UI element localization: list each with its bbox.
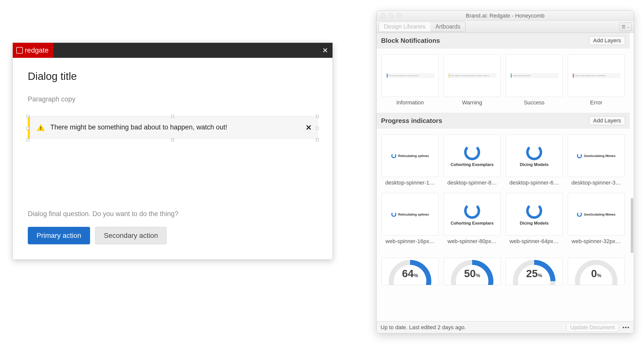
resize-handle[interactable] (27, 115, 29, 118)
spinner-icon (464, 144, 480, 160)
dialog-preview: redgate ✕ Dialog title Paragraph copy Th… (13, 43, 333, 260)
chevron-down-icon: ⌄ (627, 25, 629, 29)
add-layers-button[interactable]: Add Layers (589, 36, 625, 45)
web-spinner-item[interactable]: Gesticulating Mimesweb-spinner-32px… (568, 193, 625, 245)
mini-notif-text: Change saved successfully (512, 75, 531, 76)
warning-icon (37, 124, 45, 131)
spinner-label: Gesticulating Mimes (584, 213, 615, 216)
web-spinner-item[interactable]: Cohorting Exemplarsweb-spinner-80px… (444, 193, 501, 245)
plugin-panel: Brand.ai: Redgate - Honeycomb Design Lib… (376, 11, 634, 333)
tile-label: web-spinner-32px… (568, 238, 625, 245)
spinner-label: Cohorting Exemplars (451, 162, 494, 167)
donut-chart: 25% (513, 260, 555, 285)
desktop-spinner-item[interactable]: Gesticulating Mimesdesktop-spinner-3… (568, 134, 625, 186)
dialog-body: Dialog title Paragraph copy There might … (13, 58, 333, 259)
library-item-information[interactable]: This is some information you should take… (382, 54, 439, 106)
donut-tile[interactable]: 0% (568, 258, 625, 285)
dialog-question: Dialog final question. Do you want to do… (28, 210, 317, 218)
tile-preview: There might be something bad about to ha… (444, 54, 501, 97)
dialog-paragraph: Paragraph copy (28, 95, 317, 103)
section-title: Progress indicators (381, 117, 442, 125)
tile-preview: Change saved successfully (506, 54, 563, 97)
mini-notif-text: This is some information you should take… (388, 75, 419, 76)
notification-selected[interactable]: There might be something bad about to ha… (28, 116, 317, 140)
spinner-label: Reticulating splines (398, 213, 429, 216)
tile-label: Warning (444, 99, 501, 106)
resize-handle[interactable] (316, 138, 319, 141)
donut-chart: 64% (389, 260, 431, 285)
donut-tile[interactable]: 25% (506, 258, 563, 285)
tab-design-libraries[interactable]: Design Libraries (379, 22, 430, 32)
donut-value: 25% (526, 268, 542, 280)
library-item-success[interactable]: Change saved successfully Success (506, 54, 563, 106)
spinner-icon (577, 212, 582, 217)
menu-dropdown-button[interactable]: ☰ ⌄ (619, 23, 632, 31)
tab-artboards[interactable]: Artboards (430, 22, 465, 32)
secondary-action-button[interactable]: Secondary action (95, 227, 167, 244)
donut-value: 64% (402, 268, 418, 280)
dialog-close-button[interactable]: ✕ (317, 43, 333, 58)
view-segmented-control: Design Libraries Artboards (379, 22, 466, 32)
spinner-icon (391, 153, 396, 158)
resize-handle[interactable] (27, 127, 29, 129)
tile-label: desktop-spinner-1… (382, 180, 439, 186)
scrollbar-thumb[interactable] (631, 198, 633, 253)
notification-text: There might be something bad about to ha… (50, 123, 227, 131)
resize-handle[interactable] (316, 115, 319, 118)
notification-close-button[interactable]: ✕ (305, 123, 312, 132)
add-layers-button[interactable]: Add Layers (589, 116, 625, 125)
spinner-label: Reticulating splines (398, 154, 429, 158)
warning-notification: There might be something bad about to ha… (28, 116, 317, 138)
resize-handle[interactable] (27, 138, 29, 141)
donut-tile[interactable]: 50% (444, 258, 501, 285)
tile-preview: Cohorting Exemplars (444, 134, 501, 177)
brand-logo-icon (16, 47, 23, 54)
spinner-icon (391, 212, 396, 217)
tile-preview: Dicing Models (506, 193, 563, 236)
section-title: Block Notifications (381, 37, 440, 45)
spinner-icon (526, 144, 542, 160)
donut-tile[interactable]: 64% (382, 258, 439, 285)
desktop-spinner-item[interactable]: Cohorting Exemplarsdesktop-spinner-8… (444, 134, 501, 186)
web-spinner-item[interactable]: Reticulating splinesweb-spinner-16px… (382, 193, 439, 245)
tile-preview: Reticulating splines (382, 134, 439, 177)
web-spinners-grid: Reticulating splinesweb-spinner-16px…Coh… (377, 193, 630, 252)
library-item-error[interactable]: Unable to save changes. Server is unavai… (568, 54, 625, 106)
tile-label: Information (382, 99, 439, 106)
dialog-buttons: Primary action Secondary action (28, 227, 317, 244)
spinner-icon (464, 203, 480, 219)
spinner-icon (577, 153, 582, 158)
tile-preview: Reticulating splines (382, 193, 439, 236)
library-scroll-area[interactable]: Block Notifications Add Layers This is s… (377, 33, 634, 321)
dialog-header: redgate ✕ (13, 43, 333, 58)
tile-preview: Unable to save changes. Server is unavai… (568, 54, 625, 97)
spinner-icon (526, 203, 542, 219)
tile-label: web-spinner-64px… (506, 238, 563, 245)
donut-value: 50% (464, 268, 480, 280)
tile-preview: This is some information you should take… (382, 54, 439, 97)
tile-label: Error (568, 99, 625, 106)
primary-action-button[interactable]: Primary action (28, 227, 90, 244)
desktop-spinner-item[interactable]: Reticulating splinesdesktop-spinner-1… (382, 134, 439, 186)
desktop-spinners-grid: Reticulating splinesdesktop-spinner-1…Co… (377, 128, 630, 193)
tile-label: Success (506, 99, 563, 106)
tile-label: desktop-spinner-8… (444, 180, 501, 186)
web-spinner-item[interactable]: Dicing Modelsweb-spinner-64px… (506, 193, 563, 245)
tile-preview: Gesticulating Mimes (568, 134, 625, 177)
update-document-button[interactable]: Update Document (566, 323, 619, 332)
mac-titlebar: Brand.ai: Redgate - Honeycomb (377, 11, 634, 21)
library-item-warning[interactable]: There might be something bad about to ha… (444, 54, 501, 106)
brand-block: redgate (13, 43, 54, 58)
tile-preview: Dicing Models (506, 134, 563, 177)
resize-handle[interactable] (316, 127, 319, 129)
desktop-spinner-item[interactable]: Dicing Modelsdesktop-spinner-6… (506, 134, 563, 186)
mini-notif-text: There might be something bad about to ha… (450, 75, 489, 76)
tile-label: web-spinner-80px… (444, 238, 501, 245)
tile-label: desktop-spinner-3… (568, 180, 625, 186)
resize-handle[interactable] (171, 115, 174, 118)
resize-handle[interactable] (171, 138, 174, 141)
more-menu-icon[interactable]: ••• (622, 324, 630, 331)
dialog-title: Dialog title (28, 70, 317, 82)
donut-row: 64%50%25%0% (377, 252, 630, 285)
panel-toolbar: Design Libraries Artboards ☰ ⌄ (377, 21, 634, 33)
